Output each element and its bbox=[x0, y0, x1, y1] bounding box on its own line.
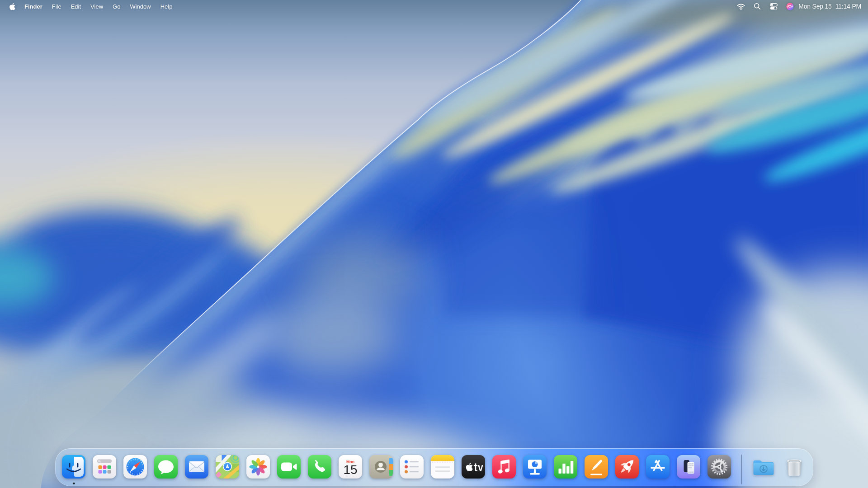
dock-item-maps[interactable] bbox=[216, 455, 239, 479]
dock-item-contacts[interactable] bbox=[369, 455, 393, 479]
calendar-app-icon: Mon 15 bbox=[339, 455, 362, 479]
menu-bar: Finder File Edit View Go Window Help bbox=[0, 0, 868, 13]
menu-item-finder[interactable]: Finder bbox=[24, 3, 42, 10]
menu-bar-left: Finder File Edit View Go Window Help bbox=[0, 3, 182, 10]
dock-item-finder[interactable] bbox=[62, 455, 85, 479]
wifi-icon[interactable] bbox=[736, 2, 746, 10]
dock-item-messages[interactable] bbox=[154, 455, 178, 479]
photos-app-icon bbox=[246, 455, 270, 479]
appletv-app-icon bbox=[462, 455, 485, 479]
menu-bar-right: Mon Sep 1511:14 PM bbox=[730, 2, 868, 10]
numbers-app-icon bbox=[554, 455, 577, 479]
dock-item-apps[interactable] bbox=[93, 455, 116, 479]
phone-app-icon bbox=[308, 455, 331, 479]
finder-app-icon bbox=[62, 455, 85, 479]
menu-item-edit[interactable]: Edit bbox=[71, 3, 81, 10]
dock: Mon 15 bbox=[55, 448, 813, 486]
dock-item-trash[interactable] bbox=[783, 455, 806, 479]
dock-separator bbox=[741, 455, 742, 484]
apps-app-icon bbox=[93, 455, 116, 479]
dock-item-numbers[interactable] bbox=[554, 455, 577, 479]
downloads-app-icon bbox=[752, 455, 775, 479]
dock-item-facetime[interactable] bbox=[277, 455, 301, 479]
dock-item-pages[interactable] bbox=[585, 455, 608, 479]
spotlight-search-icon[interactable] bbox=[752, 2, 762, 10]
rocket-app-icon bbox=[615, 455, 639, 479]
dock-item-appletv[interactable] bbox=[462, 455, 485, 479]
maps-app-icon bbox=[216, 455, 239, 479]
dock-item-downloads[interactable] bbox=[752, 455, 775, 479]
menu-bar-clock[interactable]: Mon Sep 1511:14 PM bbox=[798, 3, 861, 10]
desktop-wallpaper bbox=[0, 0, 868, 488]
dock-item-music[interactable] bbox=[492, 455, 516, 479]
menu-item-go[interactable]: Go bbox=[113, 3, 120, 10]
dock-item-keynote[interactable] bbox=[523, 455, 547, 479]
dock-item-mail[interactable] bbox=[185, 455, 208, 479]
svg-text:15: 15 bbox=[343, 463, 357, 477]
iphone-mirroring-app-icon bbox=[677, 455, 700, 479]
clock-time: 11:14 PM bbox=[835, 3, 861, 10]
dock-item-calendar[interactable]: Mon 15 bbox=[339, 455, 362, 479]
clock-date: Mon Sep 15 bbox=[798, 3, 832, 10]
settings-app-icon bbox=[708, 455, 731, 479]
finder-running-indicator bbox=[73, 483, 75, 485]
dock-item-iphone-mirroring[interactable] bbox=[677, 455, 700, 479]
safari-app-icon bbox=[123, 455, 147, 479]
menu-item-window[interactable]: Window bbox=[130, 3, 151, 10]
menu-item-help[interactable]: Help bbox=[160, 3, 173, 10]
dock-item-appstore[interactable] bbox=[646, 455, 670, 479]
contacts-app-icon bbox=[369, 455, 393, 479]
reminders-app-icon bbox=[400, 455, 424, 479]
mail-app-icon bbox=[185, 455, 208, 479]
dock-item-settings[interactable] bbox=[708, 455, 731, 479]
menu-item-view[interactable]: View bbox=[90, 3, 103, 10]
messages-app-icon bbox=[154, 455, 178, 479]
dock-item-photos[interactable] bbox=[246, 455, 270, 479]
dock-item-phone[interactable] bbox=[308, 455, 331, 479]
menu-item-file[interactable]: File bbox=[52, 3, 61, 10]
trash-app-icon bbox=[783, 455, 806, 479]
dock-item-notes[interactable] bbox=[431, 455, 454, 479]
siri-icon[interactable] bbox=[785, 2, 795, 10]
music-app-icon bbox=[492, 455, 516, 479]
appstore-app-icon bbox=[646, 455, 670, 479]
control-center-icon[interactable] bbox=[769, 2, 778, 10]
dock-item-rocket[interactable] bbox=[615, 455, 639, 479]
dock-item-reminders[interactable] bbox=[400, 455, 424, 479]
facetime-app-icon bbox=[277, 455, 301, 479]
dock-item-safari[interactable] bbox=[123, 455, 147, 479]
apple-menu[interactable] bbox=[9, 3, 16, 10]
notes-app-icon bbox=[431, 455, 454, 479]
pages-app-icon bbox=[585, 455, 608, 479]
keynote-app-icon bbox=[523, 455, 547, 479]
